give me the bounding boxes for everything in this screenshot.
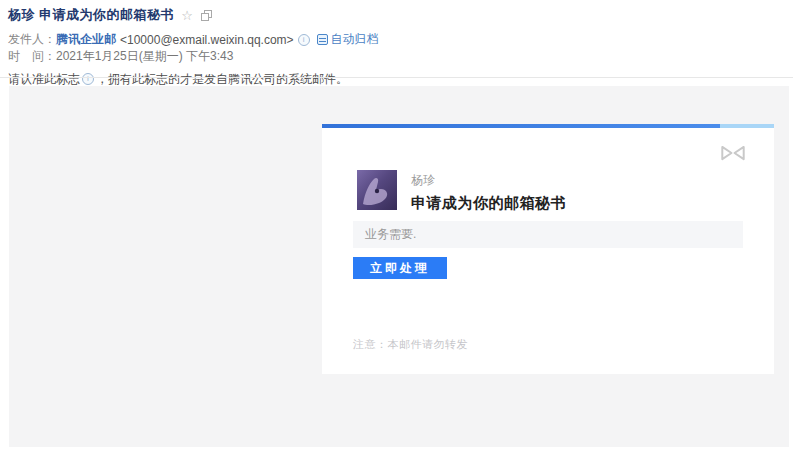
do-not-forward-note: 注意：本邮件请勿转发 <box>353 337 468 352</box>
header-separator <box>0 77 793 78</box>
subject-row: 杨珍 申请成为你的邮箱秘书 ☆ <box>8 6 793 24</box>
exmail-bowtie-logo-icon <box>720 144 746 162</box>
notice-suffix: ，拥有此标志的才是发自腾讯公司的系统邮件。 <box>96 71 348 88</box>
sender-address: <10000@exmail.weixin.qq.com> <box>120 33 294 47</box>
sender-row: 发件人： 腾讯企业邮 <10000@exmail.weixin.qq.com> … <box>8 31 793 48</box>
message-card: 杨珍 申请成为你的邮箱秘书 业务需要. 立即处理 注意：本邮件请勿转发 <box>322 124 774 374</box>
restore-square-front <box>201 13 209 21</box>
archive-icon[interactable] <box>317 34 328 45</box>
request-message-box: 业务需要. <box>353 221 743 248</box>
mail-reading-pane: 杨珍 申请成为你的邮箱秘书 ☆ 发件人： 腾讯企业邮 <10000@exmail… <box>0 0 793 449</box>
handle-now-button[interactable]: 立即处理 <box>353 257 447 279</box>
request-title: 申请成为你的邮箱秘书 <box>411 194 566 213</box>
time-label: 时 间： <box>8 48 56 65</box>
mail-header: 杨珍 申请成为你的邮箱秘书 ☆ 发件人： 腾讯企业邮 <10000@exmail… <box>8 6 793 87</box>
time-row: 时 间： 2021年1月25日(星期一) 下午3:43 <box>8 48 793 65</box>
notice-prefix: 请认准此标志 <box>8 71 80 88</box>
time-value: 2021年1月25日(星期一) 下午3:43 <box>56 48 233 65</box>
card-top-accent-bar <box>322 124 774 128</box>
verified-badge-icon: i <box>82 73 94 85</box>
star-icon[interactable]: ☆ <box>181 9 193 22</box>
avatar <box>357 170 397 210</box>
requester-profile: 杨珍 申请成为你的邮箱秘书 <box>357 170 566 213</box>
requester-name: 杨珍 <box>411 172 566 189</box>
sender-label: 发件人： <box>8 31 56 48</box>
open-in-new-window-icon[interactable] <box>201 10 212 21</box>
security-notice: 请认准此标志 i ，拥有此标志的才是发自腾讯公司的系统邮件。 <box>8 71 793 87</box>
auto-archive-link[interactable]: 自动归档 <box>331 31 379 48</box>
sender-name-link[interactable]: 腾讯企业邮 <box>56 31 116 48</box>
mail-subject: 杨珍 申请成为你的邮箱秘书 <box>8 6 174 24</box>
request-message: 业务需要. <box>365 226 416 243</box>
profile-text: 杨珍 申请成为你的邮箱秘书 <box>411 170 566 213</box>
verified-badge-icon[interactable]: i <box>298 34 310 46</box>
